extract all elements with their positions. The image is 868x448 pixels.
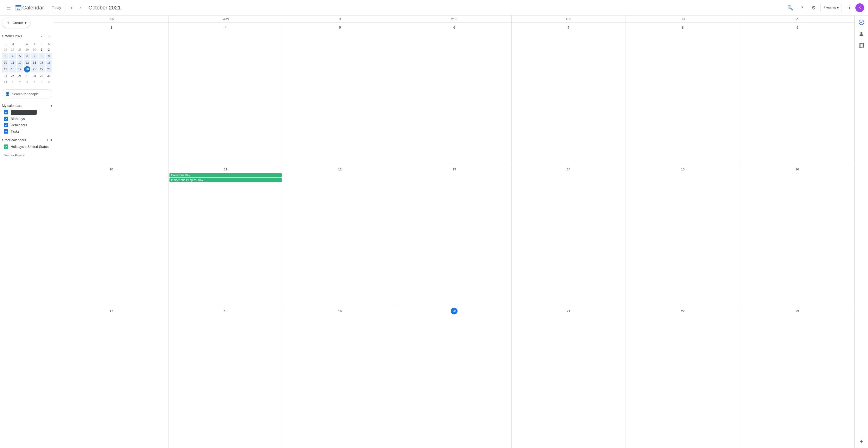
add-panel-button[interactable]: ＋: [857, 436, 866, 446]
my-calendar-item[interactable]: Reminders: [2, 122, 52, 128]
day-number[interactable]: 11: [222, 166, 229, 172]
mini-cal-date[interactable]: 5: [38, 79, 45, 86]
event-bar[interactable]: Columbus Day: [169, 173, 281, 178]
mini-cal-date[interactable]: 29: [38, 73, 45, 79]
mini-cal-date[interactable]: 21: [31, 66, 38, 72]
menu-button[interactable]: ☰: [4, 3, 13, 12]
mini-cal-date[interactable]: 8: [38, 53, 45, 59]
day-cell[interactable]: 18: [168, 306, 283, 448]
day-number[interactable]: 17: [108, 308, 115, 314]
day-number[interactable]: 13: [451, 166, 458, 172]
mini-cal-date[interactable]: 11: [9, 60, 16, 66]
terms-link[interactable]: Terms: [4, 154, 12, 157]
mini-cal-date[interactable]: 9: [46, 53, 52, 59]
privacy-link[interactable]: Privacy: [15, 154, 25, 157]
mini-cal-date[interactable]: 4: [31, 79, 38, 86]
event-bar[interactable]: Indigenous Peoples' Day: [169, 178, 281, 182]
mini-prev-button[interactable]: ‹: [38, 33, 45, 39]
day-number[interactable]: 22: [679, 308, 686, 314]
mini-cal-date[interactable]: 30: [46, 73, 52, 79]
day-number[interactable]: 5: [337, 24, 343, 31]
my-calendar-item[interactable]: ██████████: [2, 109, 52, 116]
other-calendars-header[interactable]: Other calendars ＋ ▾: [2, 136, 52, 143]
day-cell[interactable]: 9: [740, 23, 855, 164]
day-cell[interactable]: 11Columbus DayIndigenous Peoples' Day: [168, 164, 283, 306]
day-number[interactable]: 10: [108, 166, 115, 172]
mini-cal-date[interactable]: 6: [24, 53, 30, 59]
mini-cal-date[interactable]: 12: [17, 60, 23, 66]
search-people-input[interactable]: 👤 Search for people: [2, 90, 52, 98]
mini-cal-date[interactable]: 17: [2, 66, 8, 72]
day-number[interactable]: 3: [108, 24, 115, 31]
day-number[interactable]: 23: [794, 308, 801, 314]
day-cell[interactable]: 16: [740, 164, 855, 306]
mini-cal-date[interactable]: 7: [31, 53, 38, 59]
mini-cal-date[interactable]: 28: [17, 46, 23, 53]
day-number[interactable]: 16: [794, 166, 801, 172]
mini-cal-date[interactable]: 16: [46, 60, 52, 66]
day-cell[interactable]: 21: [512, 306, 626, 448]
mini-cal-date[interactable]: 24: [2, 73, 8, 79]
day-cell[interactable]: 3: [54, 23, 168, 164]
help-button[interactable]: ?: [797, 3, 807, 12]
mini-cal-date[interactable]: 30: [31, 46, 38, 53]
day-cell[interactable]: 17: [54, 306, 168, 448]
day-cell[interactable]: 22: [626, 306, 740, 448]
mini-cal-date[interactable]: 19: [17, 66, 23, 72]
mini-cal-date[interactable]: 26: [2, 46, 8, 53]
mini-cal-date[interactable]: 4: [9, 53, 16, 59]
day-number[interactable]: 15: [679, 166, 686, 172]
day-cell[interactable]: 20: [397, 306, 512, 448]
contacts-panel-icon[interactable]: [857, 29, 866, 39]
mini-cal-date[interactable]: 27: [24, 73, 30, 79]
mini-cal-date[interactable]: 23: [46, 66, 52, 72]
mini-cal-date[interactable]: 2: [46, 46, 52, 53]
day-number[interactable]: 7: [565, 24, 572, 31]
day-number[interactable]: 21: [565, 308, 572, 314]
mini-cal-date[interactable]: 15: [38, 60, 45, 66]
mini-cal-date[interactable]: 5: [17, 53, 23, 59]
mini-cal-date[interactable]: 13: [24, 60, 30, 66]
mini-cal-date[interactable]: 3: [2, 53, 8, 59]
day-cell[interactable]: 13: [397, 164, 512, 306]
create-button[interactable]: ＋ Create ▾: [2, 18, 30, 28]
day-number[interactable]: 20: [451, 308, 458, 314]
mini-cal-date[interactable]: 29: [24, 46, 30, 53]
day-cell[interactable]: 14: [512, 164, 626, 306]
mini-cal-date[interactable]: 31: [2, 79, 8, 86]
prev-button[interactable]: ‹: [67, 3, 76, 12]
view-selector[interactable]: 3 weeks ▾: [820, 4, 842, 12]
mini-cal-date[interactable]: 20: [24, 66, 30, 72]
apps-button[interactable]: ⠿: [844, 3, 854, 12]
search-button[interactable]: 🔍: [785, 3, 795, 12]
day-cell[interactable]: 7: [512, 23, 626, 164]
mini-cal-date[interactable]: 14: [31, 60, 38, 66]
day-cell[interactable]: 19: [283, 306, 397, 448]
avatar[interactable]: K: [856, 3, 864, 12]
other-calendar-item[interactable]: Holidays in United States: [2, 143, 52, 150]
day-cell[interactable]: 5: [283, 23, 397, 164]
my-calendars-header[interactable]: My calendars ▾: [2, 102, 52, 109]
mini-cal-date[interactable]: 27: [9, 46, 16, 53]
mini-cal-date[interactable]: 1: [9, 79, 16, 86]
day-cell[interactable]: 15: [626, 164, 740, 306]
day-number[interactable]: 19: [337, 308, 343, 314]
mini-cal-date[interactable]: 25: [9, 73, 16, 79]
next-button[interactable]: ›: [76, 3, 85, 12]
mini-cal-date[interactable]: 28: [31, 73, 38, 79]
maps-panel-icon[interactable]: [857, 41, 866, 51]
day-number[interactable]: 14: [565, 166, 572, 172]
my-calendar-item[interactable]: Tasks: [2, 128, 52, 134]
day-cell[interactable]: 10: [54, 164, 168, 306]
tasks-panel-icon[interactable]: [857, 18, 866, 27]
mini-cal-date[interactable]: 22: [38, 66, 45, 72]
add-other-calendar-icon[interactable]: ＋: [45, 137, 50, 142]
day-number[interactable]: 4: [222, 24, 229, 31]
mini-next-button[interactable]: ›: [45, 33, 52, 39]
day-cell[interactable]: 6: [397, 23, 512, 164]
today-button[interactable]: Today: [48, 4, 65, 12]
day-number[interactable]: 18: [222, 308, 229, 314]
day-cell[interactable]: 4: [168, 23, 283, 164]
mini-cal-date[interactable]: 3: [24, 79, 30, 86]
mini-cal-date[interactable]: 1: [38, 46, 45, 53]
